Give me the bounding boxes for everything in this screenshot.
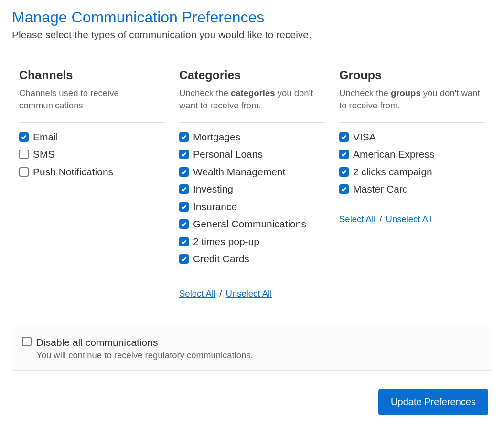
categories-checkbox[interactable] <box>179 150 189 159</box>
categories-sub-bold: categories <box>231 88 275 98</box>
channels-heading: Channels <box>19 68 165 82</box>
categories-item[interactable]: Investing <box>179 183 325 195</box>
disable-all-sub: You will continue to receive regulatory … <box>36 350 253 361</box>
categories-select-all-link[interactable]: Select All <box>179 289 215 299</box>
channels-label: Email <box>33 131 58 143</box>
footer: Update Preferences <box>12 389 492 415</box>
categories-sub-pre: Uncheck the <box>179 88 231 98</box>
page-title: Manage Communication Preferences <box>12 9 492 26</box>
channels-label: Push Notifications <box>33 166 113 178</box>
categories-item[interactable]: Credit Cards <box>179 253 325 265</box>
categories-column: Categories Uncheck the categories you do… <box>179 68 325 299</box>
categories-label: 2 times pop-up <box>193 236 259 247</box>
groups-unselect-all-link[interactable]: Unselect All <box>386 214 432 224</box>
disable-all-text: Disable all communications You will cont… <box>36 337 253 361</box>
groups-item[interactable]: Master Card <box>339 183 485 195</box>
categories-label: Investing <box>193 183 233 195</box>
categories-heading: Categories <box>179 68 325 82</box>
categories-label: Wealth Management <box>193 166 285 178</box>
categories-item[interactable]: General Communications <box>179 218 325 230</box>
disable-all-checkbox[interactable] <box>22 337 32 346</box>
groups-item[interactable]: VISA <box>339 131 485 143</box>
groups-checkbox[interactable] <box>339 150 349 159</box>
groups-label: VISA <box>353 131 376 143</box>
channels-checkbox[interactable] <box>19 150 29 159</box>
update-preferences-button[interactable]: Update Preferences <box>378 389 488 415</box>
groups-checkbox[interactable] <box>339 184 349 194</box>
categories-checkbox[interactable] <box>179 202 189 212</box>
channels-subheading: Channels used to receive communications <box>19 87 165 123</box>
channels-item[interactable]: SMS <box>19 149 165 160</box>
groups-label: 2 clicks campaign <box>353 166 432 178</box>
categories-label: General Communications <box>193 218 306 230</box>
channels-label: SMS <box>33 149 55 160</box>
channels-item[interactable]: Push Notifications <box>19 166 165 178</box>
groups-select-links: Select All / Unselect All <box>339 214 485 225</box>
page-subtitle: Please select the types of communication… <box>12 29 492 41</box>
channels-checkbox[interactable] <box>19 132 29 142</box>
groups-item[interactable]: 2 clicks campaign <box>339 166 485 178</box>
categories-item[interactable]: 2 times pop-up <box>179 236 325 247</box>
categories-checkbox[interactable] <box>179 167 189 177</box>
groups-checkbox[interactable] <box>339 132 349 142</box>
divider: / <box>379 214 382 224</box>
groups-select-all-link[interactable]: Select All <box>339 214 375 224</box>
divider: / <box>219 289 222 299</box>
groups-column: Groups Uncheck the groups you don't want… <box>339 68 485 299</box>
groups-sub-bold: groups <box>391 88 421 98</box>
categories-item[interactable]: Wealth Management <box>179 166 325 178</box>
categories-select-links: Select All / Unselect All <box>179 289 325 299</box>
disable-all-label: Disable all communications <box>36 337 253 348</box>
categories-checkbox[interactable] <box>179 254 189 264</box>
categories-label: Personal Loans <box>193 149 263 160</box>
categories-checkbox[interactable] <box>179 237 189 246</box>
channels-checkbox[interactable] <box>19 167 29 177</box>
groups-heading: Groups <box>339 68 485 82</box>
categories-label: Mortgages <box>193 131 240 143</box>
categories-checkbox[interactable] <box>179 184 189 194</box>
categories-checkbox[interactable] <box>179 219 189 229</box>
groups-sub-pre: Uncheck the <box>339 88 391 98</box>
groups-label: American Express <box>353 149 434 160</box>
groups-item[interactable]: American Express <box>339 149 485 160</box>
categories-label: Insurance <box>193 201 237 213</box>
categories-checkbox[interactable] <box>179 132 189 142</box>
categories-item[interactable]: Insurance <box>179 201 325 213</box>
groups-subheading: Uncheck the groups you don't want to rec… <box>339 87 485 123</box>
groups-checkbox[interactable] <box>339 167 349 177</box>
categories-label: Credit Cards <box>193 253 249 265</box>
channels-column: Channels Channels used to receive commun… <box>19 68 165 299</box>
categories-unselect-all-link[interactable]: Unselect All <box>226 289 272 299</box>
groups-label: Master Card <box>353 183 408 195</box>
categories-item[interactable]: Personal Loans <box>179 149 325 160</box>
categories-item[interactable]: Mortgages <box>179 131 325 143</box>
categories-subheading: Uncheck the categories you don't want to… <box>179 87 325 123</box>
channels-item[interactable]: Email <box>19 131 165 143</box>
disable-all-box: Disable all communications You will cont… <box>12 327 492 371</box>
